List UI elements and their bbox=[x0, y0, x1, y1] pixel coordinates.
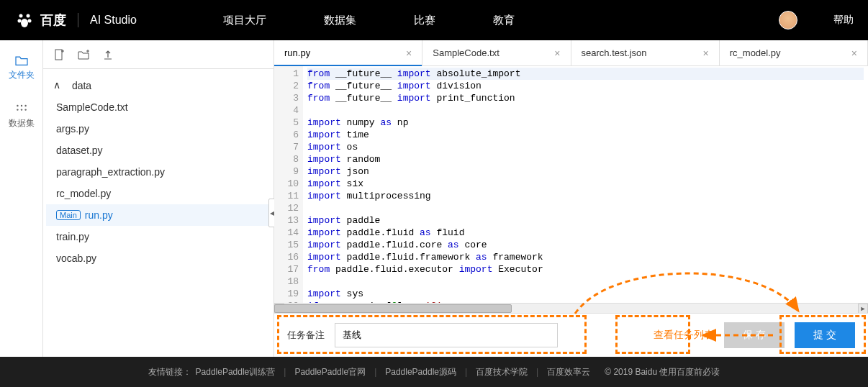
tree-file[interactable]: paragraph_extraction.py bbox=[46, 161, 273, 183]
main-badge: Main bbox=[56, 210, 81, 220]
folder-icon bbox=[14, 55, 29, 66]
tab-rcmodel[interactable]: rc_model.py × bbox=[720, 40, 868, 65]
tab-samplecode[interactable]: SampleCode.txt × bbox=[422, 40, 571, 65]
footer: 友情链接： PaddlePaddle训练营| PaddlePaddle官网| P… bbox=[0, 357, 868, 387]
logo-text: 百度 bbox=[40, 12, 66, 29]
svg-point-6 bbox=[20, 105, 22, 106]
close-icon[interactable]: × bbox=[851, 47, 857, 59]
task-note-label: 任务备注 bbox=[287, 329, 325, 342]
nav-education[interactable]: 教育 bbox=[493, 14, 515, 27]
close-icon[interactable]: × bbox=[406, 47, 412, 59]
bottom-bar: 任务备注 查看任务列表 保 存 提 交 bbox=[274, 313, 868, 357]
editor-area: ◀ run.py × SampleCode.txt × search.test.… bbox=[273, 40, 868, 357]
svg-point-9 bbox=[20, 109, 22, 110]
tree-file-active[interactable]: Main run.py bbox=[46, 204, 273, 226]
avatar[interactable] bbox=[779, 11, 797, 29]
horizontal-scrollbar[interactable]: ◄ ► bbox=[274, 303, 868, 313]
main-area: 文件夹 数据集 ∧ data SampleCode.txt args.py da… bbox=[0, 40, 868, 357]
top-nav: 百度 AI Studio 项目大厅 数据集 比赛 教育 帮助 bbox=[0, 0, 868, 40]
tree-file[interactable]: rc_model.py bbox=[46, 183, 273, 204]
footer-copyright: © 2019 Baidu 使用百度前必读 bbox=[605, 366, 720, 378]
svg-point-3 bbox=[28, 19, 32, 23]
logo-area[interactable]: 百度 AI Studio bbox=[14, 10, 137, 30]
code-content[interactable]: from __future__ import absolute_importfr… bbox=[303, 66, 868, 303]
new-folder-icon[interactable] bbox=[78, 49, 89, 60]
footer-link[interactable]: 百度效率云 bbox=[547, 366, 590, 378]
submit-button[interactable]: 提 交 bbox=[795, 322, 855, 348]
tree-file[interactable]: vocab.py bbox=[46, 247, 273, 269]
close-icon[interactable]: × bbox=[703, 47, 709, 59]
rail-datasets-label: 数据集 bbox=[9, 117, 35, 129]
left-rail: 文件夹 数据集 bbox=[0, 40, 43, 357]
upload-icon[interactable] bbox=[102, 49, 114, 60]
line-gutter: 123456789101112131415161718192021222324 bbox=[274, 66, 303, 303]
tab-searchtest[interactable]: search.test.json × bbox=[571, 40, 720, 65]
scrollbar-thumb[interactable] bbox=[274, 304, 512, 313]
tab-label: search.test.json bbox=[582, 47, 647, 58]
nav-projects[interactable]: 项目大厅 bbox=[223, 14, 266, 27]
svg-point-4 bbox=[21, 19, 28, 27]
tree-file[interactable]: train.py bbox=[46, 226, 273, 247]
view-task-list-link[interactable]: 查看任务列表 bbox=[654, 329, 714, 342]
baidu-paw-icon bbox=[14, 10, 35, 30]
footer-link[interactable]: PaddlePaddle源码 bbox=[385, 366, 456, 378]
help-link[interactable]: 帮助 bbox=[833, 14, 854, 27]
svg-point-0 bbox=[19, 14, 23, 18]
svg-point-1 bbox=[27, 14, 30, 18]
rail-files[interactable]: 文件夹 bbox=[9, 55, 35, 81]
footer-link[interactable]: PaddlePaddle训练营 bbox=[196, 366, 276, 378]
scroll-right-button[interactable]: ► bbox=[858, 304, 868, 314]
logo-subtext: AI Studio bbox=[90, 14, 137, 27]
nav-items: 项目大厅 数据集 比赛 教育 bbox=[180, 14, 779, 27]
svg-point-2 bbox=[18, 19, 22, 23]
rail-files-label: 文件夹 bbox=[9, 69, 35, 81]
svg-point-8 bbox=[17, 109, 18, 110]
tab-run[interactable]: run.py × bbox=[274, 40, 422, 65]
tree-folder-data[interactable]: ∧ data bbox=[43, 75, 273, 96]
rail-datasets[interactable]: 数据集 bbox=[9, 103, 35, 129]
new-file-icon[interactable] bbox=[53, 49, 65, 60]
footer-link[interactable]: PaddlePaddle官网 bbox=[294, 366, 366, 378]
file-toolbar bbox=[43, 40, 273, 69]
file-tree: ∧ data SampleCode.txt args.py dataset.py… bbox=[43, 69, 273, 275]
dataset-icon bbox=[14, 103, 29, 114]
svg-point-5 bbox=[17, 105, 18, 106]
tab-label: run.py bbox=[284, 47, 310, 58]
nav-competitions[interactable]: 比赛 bbox=[414, 14, 435, 27]
tree-children: SampleCode.txt args.py dataset.py paragr… bbox=[43, 96, 273, 269]
nav-datasets[interactable]: 数据集 bbox=[324, 14, 356, 27]
tree-file[interactable]: args.py bbox=[46, 118, 273, 140]
save-button[interactable]: 保 存 bbox=[724, 322, 785, 348]
file-panel: ∧ data SampleCode.txt args.py dataset.py… bbox=[43, 40, 273, 357]
editor-tabs: run.py × SampleCode.txt × search.test.js… bbox=[274, 40, 868, 66]
tab-label: rc_model.py bbox=[730, 47, 781, 58]
footer-label: 友情链接： bbox=[148, 366, 191, 378]
close-icon[interactable]: × bbox=[554, 47, 560, 59]
nav-right: 帮助 bbox=[779, 11, 854, 29]
tree-file[interactable]: SampleCode.txt bbox=[46, 96, 273, 118]
logo-separator bbox=[78, 13, 78, 27]
svg-rect-11 bbox=[55, 50, 62, 60]
tab-label: SampleCode.txt bbox=[433, 47, 499, 58]
footer-link[interactable]: 百度技术学院 bbox=[476, 366, 528, 378]
svg-point-10 bbox=[24, 109, 26, 110]
svg-point-7 bbox=[24, 105, 26, 106]
code-editor[interactable]: 123456789101112131415161718192021222324 … bbox=[274, 66, 868, 303]
tree-file[interactable]: dataset.py bbox=[46, 140, 273, 161]
task-note-input[interactable] bbox=[335, 323, 558, 347]
